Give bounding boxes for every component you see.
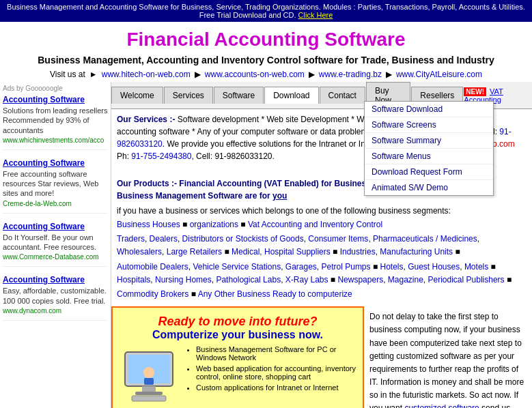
bullet-3: Custom applications for Intranet or Inte… <box>196 383 357 392</box>
svg-point-4 <box>143 367 154 378</box>
top-banner: Business Management and Accounting Softw… <box>0 0 532 22</box>
link-distributors[interactable]: Distributors or Stockists of Goods <box>182 234 304 244</box>
link-pathological[interactable]: Pathological Labs <box>216 275 281 285</box>
ad-4-url: www.dynacom.com <box>3 307 108 315</box>
link-vat-inventory[interactable]: Vat Accounting and Inventory Control <box>248 220 382 229</box>
link-newspapers[interactable]: Newspapers <box>337 275 383 285</box>
links-row-1: Business Houses ■ organizations ■ Vat Ac… <box>117 218 527 231</box>
links-row-2: Traders, Dealers, Distributors or Stocki… <box>117 233 527 259</box>
banner-link[interactable]: Click Here <box>298 11 333 19</box>
ad-2-text: Free accounting software resources Star … <box>3 170 98 198</box>
link-medical[interactable]: Medical, Hospital Suppliers <box>232 247 331 257</box>
dropdown-item-6[interactable]: Animated S/W Demo <box>365 180 493 195</box>
nav-contact[interactable]: Contact <box>320 87 365 104</box>
svg-rect-2 <box>142 386 156 392</box>
ad-block-1: Accounting Software Solutions from leadi… <box>3 95 108 150</box>
link-vehicle[interactable]: Vehicle Service Stations <box>193 262 281 272</box>
banner-text: Business Management and Accounting Softw… <box>7 3 525 19</box>
link-pharma[interactable]: Pharmaceuticals / Medicines <box>373 234 477 244</box>
right-promo-content: Do not delay to take the first step to b… <box>369 312 524 408</box>
link-etrading[interactable]: www.e-trading.bz <box>319 70 382 79</box>
link-commodity[interactable]: Commodity Brokers <box>117 289 188 299</box>
link-other[interactable]: Any Other Business Ready to computerize <box>198 289 352 299</box>
ad-4-title[interactable]: Accounting Software <box>3 275 108 285</box>
svg-rect-6 <box>132 396 166 401</box>
link-accounts[interactable]: www.accounts-on-web.com <box>205 70 305 79</box>
phone-link-3[interactable]: 91-755-2494380 <box>131 151 191 161</box>
bottom-split: Ready to move into future? Computerize y… <box>111 306 532 408</box>
services-title: Our Services :- <box>117 115 175 124</box>
ad-block-3: Accounting Software Do It Yourself. Be y… <box>3 222 108 267</box>
dropdown-menu: Software Download Software Screens Softw… <box>364 101 494 196</box>
left-sidebar: Ads by Goooooogle Accounting Software So… <box>0 82 111 408</box>
ad-1-title[interactable]: Accounting Software <box>3 95 108 104</box>
customized-software-link[interactable]: customized software <box>404 403 479 408</box>
link-magazine[interactable]: Magazine <box>388 275 423 285</box>
nav-services[interactable]: Services <box>164 87 213 104</box>
link-manufacturing[interactable]: Manufacturing Units <box>380 247 453 257</box>
bullet-2: Web based application for accounting, in… <box>196 364 357 381</box>
link-nursing[interactable]: Nursing Homes <box>155 275 212 285</box>
ad-2-title[interactable]: Accounting Software <box>3 158 108 168</box>
link-xray[interactable]: X-Ray Labs <box>285 275 328 285</box>
links-row-4: Commodity Brokers ■ Any Other Business R… <box>117 288 527 301</box>
dropdown-item-1[interactable]: Software Download <box>365 102 493 117</box>
ads-label: Ads by Goooooogle <box>3 85 108 92</box>
svg-rect-5 <box>144 378 154 385</box>
promo-line1: Ready to move into future? <box>118 315 357 329</box>
ad-4-text: Easy, affordable, customizable. 100 000 … <box>3 287 107 304</box>
svg-rect-3 <box>135 392 163 395</box>
link-periodical[interactable]: Periodical Publishers <box>428 275 505 285</box>
link-traders[interactable]: Traders <box>117 234 145 244</box>
visit-label: Visit us at <box>50 70 85 79</box>
products-title: Our Products :- <box>117 179 177 188</box>
products-intro-text: if you have a business or services which… <box>117 205 527 217</box>
link-business-houses[interactable]: Business Houses <box>117 220 180 229</box>
links-row-3: Automobile Dealers, Vehicle Service Stat… <box>117 261 527 287</box>
ad-1-url: www.whichinvestments.com/acco <box>3 136 108 144</box>
link-petrol[interactable]: Petrol Pumps <box>322 262 371 272</box>
nav-software[interactable]: Software <box>214 87 264 104</box>
page-title: Financial Accounting Software <box>0 29 532 50</box>
link-wholesalers[interactable]: Wholesalers <box>117 247 162 257</box>
link-retailers[interactable]: Large Retailers <box>167 247 222 257</box>
visit-bar: Visit us at ► www.hitech-on-web.com ▶ ww… <box>0 68 532 82</box>
promo-inner: Business Management Software for PC or W… <box>118 345 357 407</box>
link-organizations[interactable]: organizations <box>190 220 238 229</box>
promo-box: Ready to move into future? Computerize y… <box>111 306 364 408</box>
link-industries[interactable]: Industries <box>340 247 376 257</box>
ad-3-url: www.Commerce-Database.com <box>3 253 108 261</box>
ad-1-text: Solutions from leading resellers Recomme… <box>3 106 107 134</box>
computer-icon <box>118 345 180 407</box>
link-hitech[interactable]: www.hitech-on-web.com <box>102 70 191 79</box>
nav-welcome[interactable]: Welcome <box>111 87 163 104</box>
link-consumer[interactable]: Consumer Items <box>308 234 368 244</box>
link-dealers[interactable]: Dealers <box>150 234 178 244</box>
promo-line2: Computerize your business now. <box>118 329 357 341</box>
dropdown-item-4[interactable]: Software Menus <box>365 149 493 164</box>
content-area: Ads by Goooooogle Accounting Software So… <box>0 82 532 408</box>
ad-2-url: Creme-de-la-Web.com <box>3 200 108 207</box>
link-hospitals[interactable]: Hospitals <box>117 275 150 285</box>
dropdown-item-5[interactable]: Download Request Form <box>365 164 493 180</box>
link-hotels[interactable]: Hotels <box>380 262 403 272</box>
link-auto[interactable]: Automobile Dealers <box>117 262 188 272</box>
dropdown-item-2[interactable]: Software Screens <box>365 117 493 133</box>
bullet-1: Business Management Software for PC or W… <box>196 345 357 362</box>
link-guest[interactable]: Guest Houses <box>408 262 460 272</box>
link-cityatleisure[interactable]: www.CityAtLeisure.com <box>396 70 482 79</box>
right-content: Welcome Services Software Download Conta… <box>111 82 532 408</box>
promo-bullets: Business Management Software for PC or W… <box>185 345 357 394</box>
subtitle: Business Management, Accounting and Inve… <box>0 55 532 68</box>
link-garages[interactable]: Garages <box>285 262 317 272</box>
ad-3-title[interactable]: Accounting Software <box>3 222 108 231</box>
ad-block-4: Accounting Software Easy, affordable, cu… <box>3 275 108 321</box>
main-title-section: Financial Accounting Software <box>0 22 532 55</box>
link-motels[interactable]: Motels <box>464 262 488 272</box>
nav-download[interactable]: Download <box>264 87 318 104</box>
dropdown-item-3[interactable]: Software Summary <box>365 133 493 149</box>
right-promo-text: Do not delay to take the first step to b… <box>364 306 532 408</box>
ad-block-2: Accounting Software Free accounting soft… <box>3 158 108 214</box>
ad-3-text: Do It Yourself. Be your own accountant. … <box>3 233 96 251</box>
